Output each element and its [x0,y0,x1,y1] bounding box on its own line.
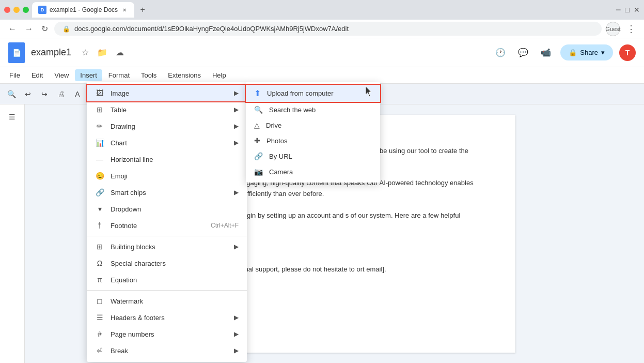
headers-footers-icon: ☰ [95,313,104,322]
meet-button[interactable]: 📹 [538,44,554,61]
menu-item-building-blocks[interactable]: ⊞ Building blocks ▶ [87,238,247,255]
maximize-button[interactable] [23,7,29,13]
chart-icon: 📊 [95,138,104,147]
dropdown-label: Dropdown [111,205,239,213]
menu-item-headers-footers[interactable]: ☰ Headers & footers ▶ [87,309,247,326]
menu-item-equation[interactable]: π Equation [87,271,247,288]
menu-item-break[interactable]: ⏎ Break ▶ [87,342,247,359]
undo-button[interactable]: ↩ [21,87,35,101]
menu-item-page-numbers[interactable]: # Page numbers ▶ [87,326,247,342]
profile-button[interactable]: Guest [606,22,620,36]
equation-label: Equation [111,276,239,284]
menu-help[interactable]: Help [207,69,231,81]
search-toolbar-btn[interactable]: 🔍 [4,87,19,101]
menu-format[interactable]: Format [103,69,135,81]
smart-chips-icon: 🔗 [95,188,104,197]
lock-icon: 🔒 [62,25,70,33]
reload-button[interactable]: ↻ [39,22,50,36]
cloud-button[interactable]: ☁ [114,46,126,59]
page-numbers-arrow-icon: ▶ [234,330,239,338]
insert-dropdown-menu: 🖼 Image ▶ ⊞ Table ▶ ✏ Drawing ▶ 📊 Chart … [87,82,247,362]
forward-button[interactable]: → [23,22,35,36]
new-tab-button[interactable]: + [136,4,149,16]
dropdown-icon: ▾ [95,204,104,214]
sidebar-outline-button[interactable]: ☰ [4,109,21,125]
active-tab[interactable]: D example1 - Google Docs ✕ [32,2,134,18]
menu-edit[interactable]: Edit [26,69,48,81]
break-icon: ⏎ [95,346,104,355]
menu-view[interactable]: View [49,69,74,81]
user-avatar[interactable]: T [619,44,636,61]
special-chars-label: Special characters [111,260,239,267]
building-blocks-label: Building blocks [111,243,228,251]
submenu-by-url[interactable]: 🔗 By URL [246,148,380,164]
share-button[interactable]: 🔒 Share ▾ [560,44,613,61]
search-icon: 🔍 [254,105,263,114]
menu-item-table[interactable]: ⊞ Table ▶ [87,101,247,118]
close-window-icon[interactable]: ✕ [634,6,640,14]
menu-extensions[interactable]: Extensions [163,69,206,81]
menu-item-emoji[interactable]: 😊 Emoji [87,168,247,184]
menu-item-footnote[interactable]: † Footnote Ctrl+Alt+F [87,217,247,234]
submenu-drive[interactable]: △ Drive [246,117,380,133]
smart-chips-arrow-icon: ▶ [234,189,239,196]
photos-label: Photos [266,137,287,145]
restore-window-icon[interactable]: □ [625,6,630,14]
image-arrow-icon: ▶ [234,89,239,97]
emoji-label: Emoji [111,172,239,180]
menu-item-watermark[interactable]: ◻ Watermark [87,293,247,309]
drive-icon: △ [254,121,260,129]
headers-footers-arrow-icon: ▶ [234,314,239,321]
footnote-shortcut: Ctrl+Alt+F [211,222,239,229]
submenu-camera[interactable]: 📷 Camera [246,164,380,179]
submenu-photos[interactable]: ✚ Photos [246,133,380,148]
share-chevron-icon: ▾ [601,49,605,56]
menu-tools[interactable]: Tools [136,69,162,81]
minimize-window-icon[interactable]: − [616,5,621,16]
menu-file[interactable]: File [4,69,25,81]
redo-button[interactable]: ↪ [37,87,52,101]
close-button[interactable] [4,7,10,13]
comments-button[interactable]: 💬 [515,44,531,61]
browser-chrome: D example1 - Google Docs ✕ + − □ ✕ [0,0,644,20]
menu-item-dropdown[interactable]: ▾ Dropdown [87,201,247,217]
minimize-button[interactable] [13,7,20,13]
star-button[interactable]: ☆ [80,46,91,59]
submenu-upload[interactable]: ⬆ Upload from computer [246,85,380,102]
folder-button[interactable]: 📁 [95,46,109,59]
break-label: Break [111,347,228,355]
table-arrow-icon: ▶ [234,106,239,113]
menu-item-horizontal-line[interactable]: — Horizontal line [87,151,247,168]
menu-insert[interactable]: Insert [75,69,102,81]
upload-icon: ⬆ [254,88,261,98]
url-input[interactable]: 🔒 docs.google.com/document/d/1sE9OlkaHyn… [54,22,602,36]
chart-arrow-icon: ▶ [234,139,239,146]
url-bar: ← → ↻ 🔒 docs.google.com/document/d/1sE9O… [0,20,644,38]
watermark-icon: ◻ [95,296,104,306]
menu-item-special-characters[interactable]: Ω Special characters [87,255,247,271]
tab-close-button[interactable]: ✕ [121,6,128,13]
page-numbers-label: Page numbers [111,330,228,338]
special-chars-icon: Ω [95,259,104,268]
print-button[interactable]: 🖨 [54,87,68,101]
submenu-search-web[interactable]: 🔍 Search the web [246,102,380,117]
menu-item-chart[interactable]: 📊 Chart ▶ [87,134,247,151]
break-arrow-icon: ▶ [234,347,239,354]
footnote-icon: † [95,221,104,230]
history-button[interactable]: 🕐 [492,44,509,61]
menu-item-smart-chips[interactable]: 🔗 Smart chips ▶ [87,184,247,201]
by-url-label: By URL [269,153,292,160]
image-label: Image [111,89,228,97]
watermark-label: Watermark [111,297,239,305]
drive-label: Drive [266,122,281,129]
more-options-button[interactable]: ⋮ [624,21,638,37]
lock-share-icon: 🔒 [569,49,577,56]
back-button[interactable]: ← [6,22,19,36]
spell-check-button[interactable]: A [70,87,85,101]
menu-bar-wrapper: File Edit View Insert Format Tools Exten… [0,67,644,84]
menu-item-drawing[interactable]: ✏ Drawing ▶ [87,118,247,134]
building-blocks-arrow-icon: ▶ [234,243,239,250]
menu-divider-1 [87,236,247,236]
drawing-label: Drawing [111,123,228,130]
menu-item-image[interactable]: 🖼 Image ▶ [87,85,247,101]
